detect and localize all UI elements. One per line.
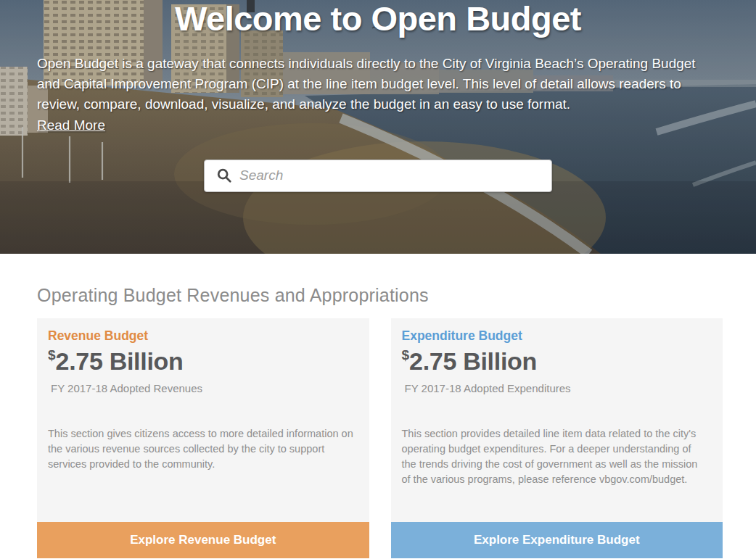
read-more-link[interactable]: Read More <box>37 117 105 133</box>
revenue-amount: $2.75 Billion <box>48 347 358 376</box>
search-input[interactable] <box>239 167 543 183</box>
search-box[interactable] <box>204 160 552 192</box>
hero-banner: Welcome to Open Budget Open Budget is a … <box>0 0 756 254</box>
budget-cards: Revenue Budget $2.75 Billion FY 2017-18 … <box>37 318 723 558</box>
revenue-budget-card: Revenue Budget $2.75 Billion FY 2017-18 … <box>37 318 369 558</box>
dollar-sign: $ <box>402 347 410 363</box>
expenditure-caption: FY 2017-18 Adopted Expenditures <box>405 382 712 394</box>
expenditure-budget-card: Expenditure Budget $2.75 Billion FY 2017… <box>391 318 723 558</box>
expenditure-amount-value: 2.75 Billion <box>409 347 537 375</box>
hero-description: Open Budget is a gateway that connects i… <box>37 54 719 115</box>
section-title: Operating Budget Revenues and Appropriat… <box>37 285 723 306</box>
expenditure-card-title: Expenditure Budget <box>402 328 712 344</box>
explore-expenditure-budget-button[interactable]: Explore Expenditure Budget <box>391 522 723 558</box>
explore-revenue-budget-button[interactable]: Explore Revenue Budget <box>37 522 369 558</box>
expenditure-amount: $2.75 Billion <box>402 347 712 376</box>
revenue-card-title: Revenue Budget <box>48 328 358 344</box>
revenue-amount-value: 2.75 Billion <box>56 347 184 375</box>
page-title: Welcome to Open Budget <box>0 0 756 38</box>
search-icon <box>216 167 232 183</box>
revenue-description: This section gives citizens access to mo… <box>48 426 358 472</box>
main-section: Operating Budget Revenues and Appropriat… <box>0 285 756 559</box>
revenue-caption: FY 2017-18 Adopted Revenues <box>51 382 358 394</box>
dollar-sign: $ <box>48 347 56 363</box>
expenditure-description: This section provides detailed line item… <box>402 426 712 487</box>
